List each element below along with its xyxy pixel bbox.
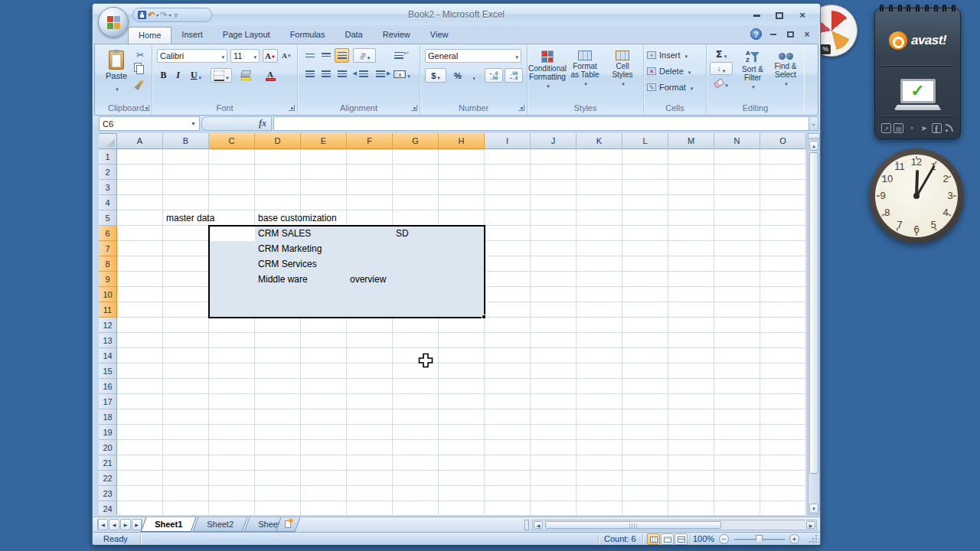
horizontal-scrollbar[interactable]: ◀ ▶ [532,520,817,530]
accounting-format-button[interactable]: $ [425,68,446,83]
rss-icon[interactable] [944,123,954,133]
center-button[interactable] [318,67,333,81]
undo-icon[interactable]: ↶ [148,11,155,19]
number-dialog-launcher-icon[interactable] [518,105,524,111]
name-box[interactable]: C6▼ [99,116,200,131]
sheet-tab-sheet2[interactable]: Sheet2 [193,517,248,532]
app-close-button[interactable]: × [794,11,811,20]
cell-b5[interactable]: master data [163,210,214,226]
column-header-n[interactable]: N [714,133,760,149]
formula-input[interactable] [273,116,809,131]
cell-styles-button[interactable]: Cell Styles [605,47,640,93]
decrease-decimal-button[interactable]: .00 →.0 [505,68,523,83]
tab-view[interactable]: View [420,27,459,44]
row-header-15[interactable]: 15 [99,364,117,379]
row-header-20[interactable]: 20 [99,440,117,455]
news-icon[interactable]: ▤ [893,123,903,133]
font-name-combo[interactable]: Calibri [157,49,227,63]
column-header-m[interactable]: M [668,133,714,149]
grid-body[interactable]: master database customizationCRM SALESSD… [117,149,806,515]
row-header-24[interactable]: 24 [99,501,117,515]
column-header-l[interactable]: L [622,133,668,149]
horizontal-scroll-thumb[interactable] [545,521,721,529]
select-all-corner[interactable] [99,133,117,149]
workbook-minimize-button[interactable] [766,30,780,39]
row-header-23[interactable]: 23 [99,486,117,501]
normal-view-button[interactable] [647,533,660,545]
row-header-17[interactable]: 17 [99,394,117,409]
clock-gadget[interactable]: 121234567891011 [869,148,964,243]
page-break-view-button[interactable] [675,533,688,545]
percent-style-button[interactable]: % [449,68,466,83]
clipboard-dialog-launcher-icon[interactable] [143,105,149,111]
vertical-split-handle[interactable] [808,134,819,139]
grow-font-button[interactable]: A▲ [263,49,278,63]
increase-decimal-button[interactable]: ←.0 .00 [485,68,503,83]
delete-cells-button[interactable]: ✕Delete [647,64,691,78]
row-header-21[interactable]: 21 [99,455,117,471]
app-minimize-button[interactable] [748,11,765,20]
first-sheet-icon[interactable]: ◀ [97,519,108,530]
column-header-b[interactable]: B [163,133,209,149]
share-icon[interactable]: ↗ [881,123,891,133]
zoom-slider-thumb[interactable] [756,535,763,543]
selection-fill-handle[interactable] [482,315,486,319]
font-color-button[interactable]: A [260,68,281,83]
row-header-12[interactable]: 12 [99,318,117,333]
alignment-dialog-launcher-icon[interactable] [411,105,417,111]
comma-style-button[interactable]: , [468,68,480,83]
wrap-text-button[interactable] [390,48,408,63]
row-header-18[interactable]: 18 [99,409,117,425]
page-layout-view-button[interactable] [661,533,674,545]
tab-data[interactable]: Data [335,27,372,44]
align-right-button[interactable] [335,67,349,81]
row-header-14[interactable]: 14 [99,348,117,364]
cell-d5[interactable]: base customization [255,210,337,226]
row-header-11[interactable]: 11 [99,302,117,318]
row-header-16[interactable]: 16 [99,379,117,394]
align-left-button[interactable] [302,67,317,81]
tab-formulas[interactable]: Formulas [280,27,335,44]
scroll-right-icon[interactable]: ▶ [806,521,815,529]
row-header-7[interactable]: 7 [99,241,117,256]
bottom-align-button[interactable] [335,48,349,63]
tab-home[interactable]: Home [128,27,172,44]
tab-page-layout[interactable]: Page Layout [213,27,280,44]
column-header-h[interactable]: H [439,133,485,149]
row-header-19[interactable]: 19 [99,425,117,440]
horizontal-split-handle[interactable] [524,520,529,530]
redo-dropdown-icon[interactable]: ▾ [168,12,171,18]
app-maximize-button[interactable] [771,11,788,20]
row-header-2[interactable]: 2 [99,165,117,180]
decrease-indent-button[interactable] [356,67,371,81]
cut-button[interactable]: ✂ [132,48,148,61]
next-sheet-icon[interactable]: ▶ [120,519,131,530]
autosum-button[interactable]: Σ [710,47,733,60]
number-format-combo[interactable]: General [425,49,521,63]
column-header-e[interactable]: E [301,133,347,149]
column-header-j[interactable]: J [531,133,577,149]
undo-dropdown-icon[interactable]: ▾ [156,12,158,18]
row-header-8[interactable]: 8 [99,256,117,272]
find-select-button[interactable]: Find & Select [769,47,802,93]
bold-button[interactable]: B [157,68,170,83]
row-header-6[interactable]: 6 [99,226,117,241]
fill-button[interactable]: ↓ [710,62,733,75]
avast-gadget[interactable]: avast! ✓ ↗ ▤ ◔ ➤ f [874,8,961,139]
italic-button[interactable]: I [172,68,185,83]
tab-review[interactable]: Review [373,27,420,44]
row-header-3[interactable]: 3 [99,180,117,195]
row-header-5[interactable]: 5 [99,210,117,226]
zoom-in-button[interactable]: + [789,534,799,544]
scroll-down-icon[interactable]: ▼ [809,504,818,514]
name-box-dropdown-icon[interactable]: ▼ [191,121,196,126]
font-size-combo[interactable]: 11 [230,49,260,63]
workbook-close-button[interactable]: × [800,30,814,39]
office-button[interactable] [98,7,129,37]
fill-color-button[interactable] [235,68,256,83]
row-header-13[interactable]: 13 [99,333,117,348]
sheet-tab-sheet1[interactable]: Sheet1 [141,517,197,532]
vertical-scrollbar[interactable]: ▲ ▼ [808,133,820,515]
underline-button[interactable]: U [186,68,206,83]
row-header-4[interactable]: 4 [99,195,117,210]
